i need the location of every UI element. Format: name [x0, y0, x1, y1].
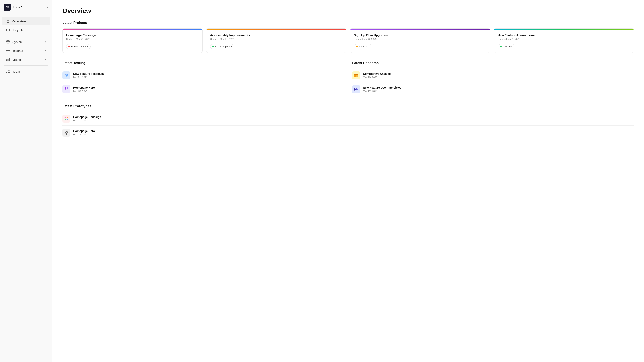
prototype-item-0-title: Homepage Redesign: [73, 115, 101, 119]
research-item-0-info: Competitive Analysis Mar 20, 2023: [363, 72, 392, 79]
research-list: Competitive Analysis Mar 20, 2023 N: [352, 69, 634, 96]
logo-chevron-icon: ▾: [47, 6, 48, 9]
latest-research-section: Latest Research Competitive Analysis: [352, 61, 634, 96]
svg-rect-22: [354, 74, 358, 75]
badge-dot-2: [356, 46, 358, 47]
prototypes-list: Homepage Redesign Mar 21, 2023 Homepage …: [62, 112, 634, 139]
testing-item-1-title: Homepage Hero: [73, 86, 95, 89]
testing-item-0-date: Mar 21, 2023: [73, 76, 104, 79]
svg-rect-11: [7, 59, 7, 61]
main-content: Overview Latest Projects Homepage Redesi…: [52, 0, 644, 362]
sidebar-item-projects-label: Projects: [12, 28, 23, 32]
svg-rect-1: [8, 6, 9, 7]
latest-projects-section: Latest Projects Homepage Redesign Update…: [62, 21, 634, 53]
sidebar-item-overview[interactable]: Overview: [2, 17, 50, 25]
testing-item-0-icon: [62, 71, 70, 79]
prototype-item-0[interactable]: Homepage Redesign Mar 21, 2023: [62, 112, 634, 126]
project-card-1-date: Updated Mar 15, 2023: [210, 38, 343, 41]
research-item-1-date: Mar 12, 2023: [363, 90, 402, 93]
svg-rect-12: [8, 59, 8, 61]
prototype-item-1-date: Mar 13, 2023: [73, 133, 95, 136]
svg-rect-18: [65, 89, 66, 90]
sidebar-item-insights[interactable]: Insights ▾: [2, 46, 50, 55]
project-card-0[interactable]: Homepage Redesign Updated Mar 21, 2023 N…: [62, 28, 203, 53]
svg-point-28: [66, 119, 68, 120]
latest-prototypes-section: Latest Prototypes Homepage Redesign Mar …: [62, 104, 634, 139]
latest-projects-title: Latest Projects: [62, 21, 634, 25]
project-card-3[interactable]: New Feature Announceme... Updated Mar 1,…: [494, 28, 634, 53]
project-card-3-badge: Launched: [498, 44, 516, 49]
svg-point-26: [66, 117, 68, 118]
project-card-2-title: Sign Up Flow Upgrades: [354, 33, 486, 37]
sidebar-item-system[interactable]: System ▾: [2, 38, 50, 46]
svg-rect-13: [9, 58, 10, 61]
metrics-chevron-icon: ▾: [45, 58, 46, 61]
prototype-item-1-title: Homepage Hero: [73, 129, 95, 132]
home-icon: [6, 19, 10, 23]
latest-research-title: Latest Research: [352, 61, 634, 65]
svg-rect-0: [6, 6, 7, 7]
testing-item-1-date: Mar 20, 2023: [73, 90, 95, 93]
prototype-item-0-info: Homepage Redesign Mar 21, 2023: [73, 115, 101, 122]
svg-rect-3: [6, 8, 9, 8]
sidebar-nav: Overview Projects System ▾: [0, 14, 52, 362]
research-item-1-info: New Feature User Interviews Mar 12, 2023: [363, 86, 402, 93]
sidebar-item-projects[interactable]: Projects: [2, 26, 50, 34]
prototype-item-1[interactable]: Homepage Hero Mar 13, 2023: [62, 126, 634, 139]
svg-point-4: [8, 41, 9, 42]
sidebar-item-team-label: Team: [12, 70, 20, 73]
svg-point-30: [64, 131, 68, 134]
research-item-0-title: Competitive Analysis: [363, 72, 392, 75]
svg-marker-23: [354, 88, 356, 91]
nav-divider: [4, 36, 48, 36]
sidebar-item-team[interactable]: Team: [2, 67, 50, 76]
sidebar-item-system-label: System: [12, 40, 22, 44]
sidebar-item-overview-label: Overview: [12, 19, 26, 23]
project-card-2-badge: Needs UX: [354, 44, 372, 49]
project-card-3-title: New Feature Announceme...: [498, 33, 630, 37]
testing-item-1[interactable]: Homepage Hero Mar 20, 2023: [62, 82, 344, 96]
svg-point-15: [8, 70, 10, 71]
testing-list: New Feature Feedback Mar 21, 2023: [62, 69, 344, 96]
project-card-1-title: Accessibility Improvements: [210, 33, 343, 37]
sidebar-item-metrics[interactable]: Metrics ▾: [2, 55, 50, 64]
project-card-2[interactable]: Sign Up Flow Upgrades Updated Mar 8, 202…: [350, 28, 490, 53]
prototype-item-1-icon: [62, 128, 70, 137]
testing-item-1-icon: [62, 85, 70, 93]
research-item-1-title: New Feature User Interviews: [363, 86, 402, 89]
research-item-0-icon: [352, 71, 360, 79]
svg-point-27: [64, 119, 66, 120]
project-card-1-badge: In Development: [210, 44, 234, 49]
sidebar-item-metrics-label: Metrics: [12, 58, 22, 61]
latest-testing-section: Latest Testing New Feature Feedback: [62, 61, 344, 96]
testing-item-1-info: Homepage Hero Mar 20, 2023: [73, 86, 95, 93]
app-name: Luro App: [13, 6, 26, 9]
svg-rect-16: [65, 87, 66, 89]
svg-point-25: [64, 117, 66, 118]
svg-point-29: [66, 131, 68, 134]
page-title: Overview: [62, 7, 634, 15]
app-logo[interactable]: Luro App ▾: [0, 0, 52, 14]
project-card-0-title: Homepage Redesign: [66, 33, 199, 37]
project-card-1[interactable]: Accessibility Improvements Updated Mar 1…: [206, 28, 346, 53]
prototype-item-0-icon: [62, 115, 70, 123]
badge-dot-3: [500, 46, 502, 47]
badge-dot-1: [212, 46, 214, 47]
research-item-0[interactable]: Competitive Analysis Mar 20, 2023: [352, 69, 634, 82]
latest-prototypes-title: Latest Prototypes: [62, 104, 634, 108]
project-card-0-date: Updated Mar 21, 2023: [66, 38, 199, 41]
badge-dot-0: [68, 46, 70, 47]
project-card-2-date: Updated Mar 8, 2023: [354, 38, 486, 41]
insights-icon: [6, 49, 10, 53]
folder-icon: [6, 28, 10, 32]
testing-item-0[interactable]: New Feature Feedback Mar 21, 2023: [62, 69, 344, 82]
team-icon: [6, 69, 10, 73]
research-item-1[interactable]: New Feature User Interviews Mar 12, 2023: [352, 82, 634, 96]
svg-rect-2: [8, 7, 9, 8]
research-item-0-date: Mar 20, 2023: [363, 76, 392, 79]
research-item-1-icon: [352, 85, 360, 93]
prototype-item-1-info: Homepage Hero Mar 13, 2023: [73, 129, 95, 136]
prototype-item-0-date: Mar 21, 2023: [73, 119, 101, 122]
logo-icon: [4, 3, 11, 11]
svg-rect-19: [65, 91, 66, 91]
